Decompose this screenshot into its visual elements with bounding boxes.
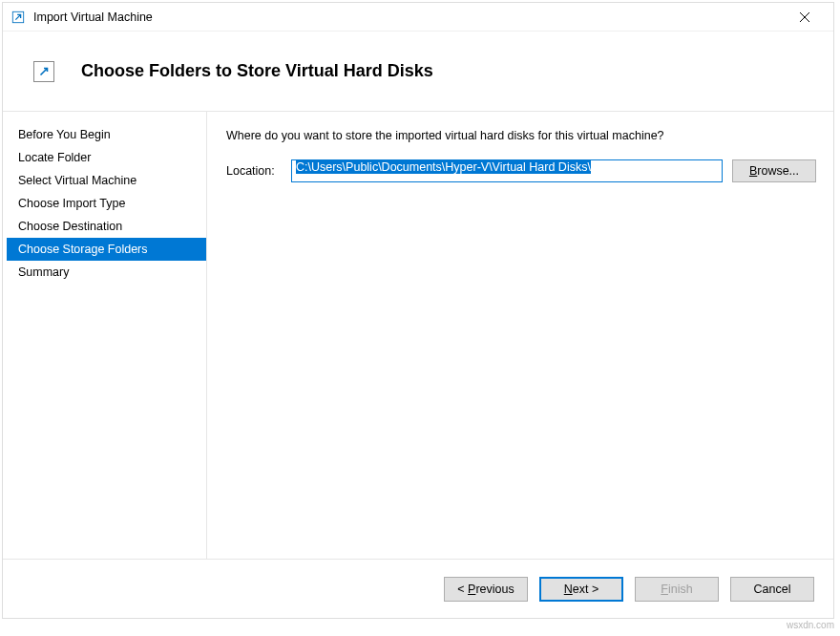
location-row: Location: C:\Users\Public\Documents\Hype…: [226, 159, 816, 182]
wizard-sidebar: Before You Begin Locate Folder Select Vi…: [7, 112, 207, 559]
location-value: C:\Users\Public\Documents\Hyper-V\Virtua…: [296, 160, 591, 174]
sidebar-item-choose-import-type[interactable]: Choose Import Type: [7, 192, 206, 215]
wizard-header: Choose Folders to Store Virtual Hard Dis…: [3, 32, 833, 112]
browse-label: Browse...: [749, 164, 799, 178]
next-button[interactable]: Next >: [539, 577, 623, 602]
sidebar-item-locate-folder[interactable]: Locate Folder: [7, 146, 206, 169]
sidebar-item-before-you-begin[interactable]: Before You Begin: [7, 123, 206, 146]
main-prompt: Where do you want to store the imported …: [226, 129, 816, 142]
finish-button: Finish: [635, 577, 719, 602]
sidebar-item-select-virtual-machine[interactable]: Select Virtual Machine: [7, 169, 206, 192]
previous-button[interactable]: < Previous: [444, 577, 528, 602]
browse-button[interactable]: Browse...: [732, 159, 816, 182]
wizard-footer: < Previous Next > Finish Cancel: [3, 559, 833, 618]
cancel-button[interactable]: Cancel: [730, 577, 814, 602]
sidebar-item-choose-destination[interactable]: Choose Destination: [7, 215, 206, 238]
location-label: Location:: [226, 164, 282, 178]
sidebar-item-summary[interactable]: Summary: [7, 261, 206, 284]
watermark: wsxdn.com: [787, 620, 834, 630]
wizard-main: Where do you want to store the imported …: [207, 112, 833, 559]
wizard-window: Import Virtual Machine Choose Folders to…: [2, 2, 834, 619]
location-input[interactable]: C:\Users\Public\Documents\Hyper-V\Virtua…: [291, 159, 723, 182]
page-title: Choose Folders to Store Virtual Hard Dis…: [81, 61, 433, 81]
titlebar: Import Virtual Machine: [3, 3, 833, 32]
close-icon: [800, 12, 809, 22]
sidebar-item-choose-storage-folders[interactable]: Choose Storage Folders: [7, 238, 206, 261]
close-button[interactable]: [784, 3, 826, 32]
wizard-header-icon: [33, 61, 54, 82]
wizard-body: Before You Begin Locate Folder Select Vi…: [3, 112, 833, 559]
app-icon: [10, 10, 26, 25]
window-title: Import Virtual Machine: [33, 11, 784, 24]
